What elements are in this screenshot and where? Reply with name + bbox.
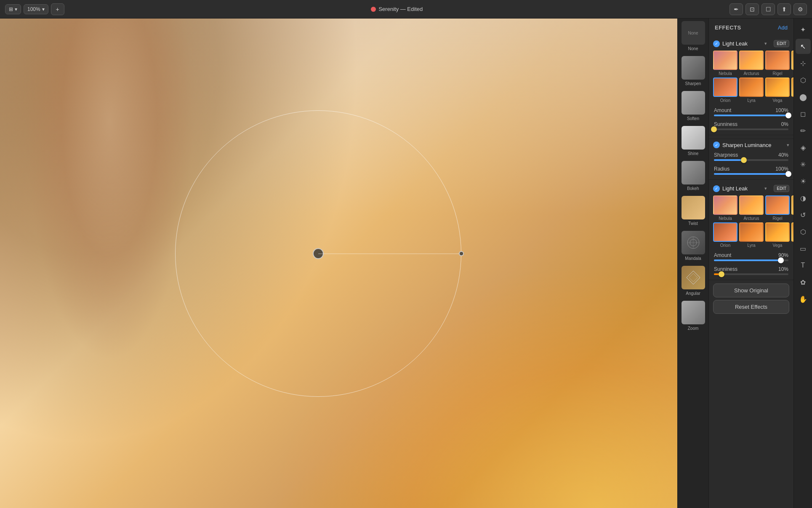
preset-arcturus-2[interactable]: Arcturus <box>739 195 764 221</box>
effect1-sunniness-row: Sunniness 0% <box>709 120 793 131</box>
tool-paint[interactable]: ⬤ <box>796 89 811 104</box>
thumb-twist[interactable]: Twist <box>678 193 708 228</box>
thumb-bokeh-label: Bokeh <box>687 186 699 191</box>
tool-rect[interactable]: ▭ <box>796 241 811 256</box>
thumb-mandala-img <box>682 231 705 254</box>
preset-vega-1[interactable]: Vega <box>765 78 790 103</box>
preset-vega-2[interactable]: Vega <box>765 222 790 248</box>
effect2-checkbox[interactable] <box>713 185 720 192</box>
tool-sparkle[interactable]: ✳ <box>796 157 811 172</box>
add-effect-btn[interactable]: Add <box>778 24 788 31</box>
thumb-zoom[interactable]: Zoom <box>678 298 708 333</box>
thumb-bokeh[interactable]: Bokeh <box>678 158 708 193</box>
thumb-shine[interactable]: Shine <box>678 123 708 158</box>
settings-tool-btn[interactable]: ⚙ <box>793 3 807 15</box>
tool-sun[interactable]: ☀ <box>796 174 811 189</box>
thumb-none[interactable]: None None <box>678 19 708 53</box>
thumb-zoom-img <box>682 301 705 324</box>
effect2-sunniness-handle[interactable] <box>719 271 724 277</box>
tool-flower[interactable]: ✿ <box>796 275 811 290</box>
tool-blur[interactable]: ⬡ <box>796 224 811 239</box>
thumb-shine-img <box>682 126 705 150</box>
tool-cursor[interactable]: ↖ <box>796 39 811 54</box>
tool-selection[interactable]: ⊹ <box>796 56 811 71</box>
reset-effects-btn[interactable]: Reset Effects <box>713 300 789 314</box>
add-btn[interactable]: + <box>51 3 64 15</box>
frame-tool-btn[interactable]: ☐ <box>761 3 775 15</box>
effect1-header: Light Leak ▾ EDIT <box>709 38 793 49</box>
effect2-edit-btn[interactable]: EDIT <box>774 185 789 192</box>
preset-nebula-1[interactable]: Nebula <box>713 51 737 76</box>
radial-line <box>318 254 461 254</box>
effect2-amount-handle[interactable] <box>778 257 784 263</box>
radius-handle[interactable] <box>785 171 791 177</box>
radial-edge-handle[interactable] <box>459 251 464 256</box>
pen-tool-btn[interactable]: ✒ <box>729 3 743 15</box>
preset-rigel-2[interactable]: Rigel <box>765 195 790 221</box>
effect1-sunniness-handle[interactable] <box>711 126 717 132</box>
effect1-amount-handle[interactable] <box>785 112 791 118</box>
tool-swirl[interactable]: ↺ <box>796 207 811 222</box>
preset-rigel-1-thumb <box>765 51 790 70</box>
effects-panel: EFFECTS Add Light Leak ▾ EDIT Nebula <box>709 19 793 508</box>
effect1-chevron-icon: ▾ <box>764 41 767 46</box>
sharpen-checkbox[interactable] <box>713 142 720 148</box>
tool-magic[interactable]: ✦ <box>796 22 811 37</box>
preset-nebula-1-thumb <box>713 51 737 70</box>
tool-lasso[interactable]: ⬡ <box>796 72 811 88</box>
effect1-edit-btn[interactable]: EDIT <box>774 40 789 47</box>
effect1-amount-track[interactable] <box>714 115 788 116</box>
effect1-checkbox[interactable] <box>713 40 720 47</box>
tool-hand[interactable]: ✋ <box>796 291 811 307</box>
tool-text[interactable]: T <box>796 258 811 273</box>
effect2-sunniness-track[interactable] <box>714 273 788 275</box>
toolbar-left: ⊞ ▾ 100% ▾ + <box>5 3 64 15</box>
canvas-area <box>0 19 677 508</box>
preset-rigel-1[interactable]: Rigel <box>765 51 790 76</box>
radius-row: Radius 100% <box>709 165 793 176</box>
preset-lyra-1[interactable]: Lyra <box>739 78 764 103</box>
preset-arcturus-1[interactable]: Arcturus <box>739 51 764 76</box>
effect2-amount-track[interactable] <box>714 259 788 261</box>
left-thumb-strip: None None Sharpen Soften Shine Bokeh <box>678 19 709 508</box>
effect1-sunniness-track[interactable] <box>714 128 788 130</box>
effect1-sunniness-label-row: Sunniness 0% <box>714 121 788 127</box>
sharpness-row: Sharpness 40% <box>709 151 793 162</box>
sharpen-luminance-header: Sharpen Luminance ▾ <box>709 139 793 151</box>
tool-contrast[interactable]: ◑ <box>796 190 811 206</box>
effect1-preset-grid: Nebula Arcturus Rigel Taurus <box>709 49 793 106</box>
sharpness-track[interactable] <box>714 159 788 161</box>
right-panel: None None Sharpen Soften Shine Bokeh <box>677 19 812 508</box>
chevron-down-icon: ▾ <box>15 6 17 12</box>
thumb-twist-label: Twist <box>688 221 698 226</box>
sharpness-handle[interactable] <box>741 157 747 163</box>
radial-selection[interactable] <box>175 110 461 397</box>
thumb-angular[interactable]: Angular <box>678 263 708 298</box>
thumb-sharpen-label: Sharpen <box>685 81 701 86</box>
effect1-amount-value: 100% <box>775 107 788 113</box>
effect1-amount-label-row: Amount 100% <box>714 107 788 113</box>
preset-arcturus-2-thumb <box>739 195 764 215</box>
effect2-name: Light Leak <box>722 185 762 192</box>
zoom-btn[interactable]: 100% ▾ <box>24 4 48 14</box>
show-original-btn[interactable]: Show Original <box>713 283 789 297</box>
tool-clone[interactable]: ◈ <box>796 140 811 155</box>
tool-pencil[interactable]: ✏ <box>796 123 811 138</box>
effect2-sunniness-row: Sunniness 10% <box>709 265 793 276</box>
preset-orion-1[interactable]: Orion <box>713 78 737 103</box>
preset-orion-2[interactable]: Orion <box>713 222 737 248</box>
view-toggle-btn[interactable]: ⊞ ▾ <box>5 4 21 14</box>
thumb-mandala[interactable]: Mandala <box>678 228 708 263</box>
share-tool-btn[interactable]: ⬆ <box>777 3 791 15</box>
crop-tool-btn[interactable]: ⊡ <box>745 3 759 15</box>
preset-lyra-2[interactable]: Lyra <box>739 222 764 248</box>
radius-track[interactable] <box>714 173 788 175</box>
thumb-sharpen[interactable]: Sharpen <box>678 53 708 88</box>
sharpness-label: Sharpness <box>714 152 738 158</box>
preset-orion-1-thumb <box>713 78 737 97</box>
thumb-soften[interactable]: Soften <box>678 88 708 123</box>
preset-vega-2-thumb <box>765 222 790 242</box>
preset-orion-2-thumb <box>713 222 737 242</box>
preset-nebula-2[interactable]: Nebula <box>713 195 737 221</box>
tool-erase[interactable]: ◻ <box>796 106 811 121</box>
